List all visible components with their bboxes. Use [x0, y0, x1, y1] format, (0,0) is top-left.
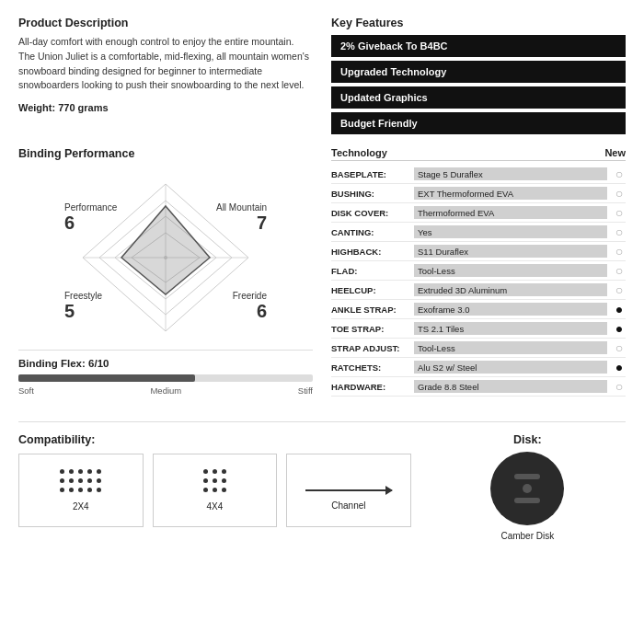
tech-row: STRAP ADJUST: Tool-Less ○ [331, 339, 626, 358]
disk-slots [514, 474, 540, 503]
tech-dot: ○ [613, 244, 626, 259]
compatibility-col: Compatibility: 2X4 [18, 433, 411, 541]
disk-slot [514, 498, 540, 503]
product-description-title: Product Description [18, 17, 313, 29]
radar-svg [64, 166, 267, 350]
tech-dot: ○ [613, 340, 626, 355]
product-description-text: All-day comfort with enough control to e… [18, 35, 313, 93]
weight-text: Weight: 770 grams [18, 102, 313, 113]
tech-dot: ○ [613, 186, 626, 201]
disk-slot [514, 474, 540, 479]
tech-dot: ○ [613, 167, 626, 181]
compat-label-2x4: 2X4 [73, 501, 89, 512]
technology-col: Technology New BASEPLATE: Stage 5 Durafl… [331, 147, 626, 408]
tech-dot: ○ [613, 205, 626, 220]
channel-arrow [305, 489, 392, 491]
binding-flex-label: Binding Flex: 6/10 [18, 358, 313, 369]
tech-row: RATCHETS: Alu S2 w/ Steel ● [331, 358, 626, 377]
tech-row: HIGHBACK: S11 Duraflex ○ [331, 242, 626, 261]
radar-chart: Performance 6 All Mountain 7 Freestyle 5… [64, 166, 267, 350]
tech-dot: ○ [613, 224, 626, 239]
all-mountain-label: All Mountain 7 [216, 202, 267, 234]
bottom-section: Compatibility: 2X4 [18, 421, 626, 541]
flex-bar-labels: Soft Medium Stiff [18, 385, 313, 396]
compat-label-channel: Channel [331, 500, 365, 511]
tech-dot: ● [613, 321, 626, 336]
tech-row: BUSHING: EXT Thermoformed EVA ○ [331, 184, 626, 203]
key-feature-item: Upgraded Technology [331, 61, 626, 83]
tech-row: BASEPLATE: Stage 5 Duraflex ○ [331, 165, 626, 184]
compat-grids: 2X4 4X4 Channel [18, 454, 411, 527]
compat-channel: Channel [286, 454, 411, 527]
compat-2x4: 2X4 [18, 454, 144, 527]
tech-dot: ● [613, 360, 626, 374]
tech-dot: ○ [613, 379, 626, 394]
freestyle-label: Freestyle 5 [64, 291, 102, 322]
middle-section: Binding Performance Performance 6 All Mo… [18, 147, 626, 408]
tech-dot: ○ [613, 263, 626, 278]
binding-performance-col: Binding Performance Performance 6 All Mo… [18, 147, 313, 408]
disk-section: Disk: Camber Disk [430, 433, 626, 541]
compatibility-title: Compatibility: [18, 433, 411, 446]
compat-dots-2x4 [60, 469, 101, 492]
tech-row: DISK COVER: Thermoformed EVA ○ [331, 203, 626, 223]
flex-bar [18, 374, 313, 382]
tech-row: CANTING: Yes ○ [331, 223, 626, 242]
svg-marker-7 [121, 206, 210, 294]
key-features-title: Key Features [331, 17, 626, 29]
product-description-col: Product Description All-day comfort with… [18, 17, 313, 134]
top-section: Product Description All-day comfort with… [18, 17, 626, 134]
key-feature-item: Updated Graphics [331, 86, 626, 109]
freeride-label: Freeride 6 [233, 291, 267, 322]
tech-row: FLAD: Tool-Less ○ [331, 261, 626, 281]
flex-bar-fill [18, 374, 195, 382]
tech-row: HARDWARE: Grade 8.8 Steel ○ [331, 377, 626, 397]
tech-dot: ● [613, 302, 626, 316]
disk-center-hole [523, 484, 532, 493]
disk-visual [490, 452, 564, 525]
compat-label-4x4: 4X4 [206, 501, 223, 512]
tech-row: HEELCUP: Extruded 3D Aluminum ○ [331, 281, 626, 300]
binding-flex-section: Binding Flex: 6/10 Soft Medium Stiff [18, 350, 313, 396]
tech-dot: ○ [613, 282, 626, 297]
binding-performance-title: Binding Performance [18, 147, 313, 160]
key-feature-item: 2% Giveback To B4BC [331, 35, 626, 57]
key-feature-item: Budget Friendly [331, 112, 626, 134]
tech-header: Technology New [331, 147, 626, 161]
key-features-list: 2% Giveback To B4BC Upgraded Technology … [331, 35, 626, 134]
disk-label: Camber Disk [430, 531, 626, 541]
key-features-col: Key Features 2% Giveback To B4BC Upgrade… [331, 17, 626, 134]
disk-title: Disk: [430, 433, 626, 446]
compat-4x4: 4X4 [153, 454, 278, 527]
page: Product Description All-day comfort with… [0, 0, 644, 558]
performance-label: Performance 6 [64, 202, 117, 234]
tech-row: ANKLE STRAP: Exoframe 3.0 ● [331, 300, 626, 319]
compat-dots-4x4 [203, 469, 226, 492]
tech-row: TOE STRAP: TS 2.1 Tiles ● [331, 319, 626, 339]
